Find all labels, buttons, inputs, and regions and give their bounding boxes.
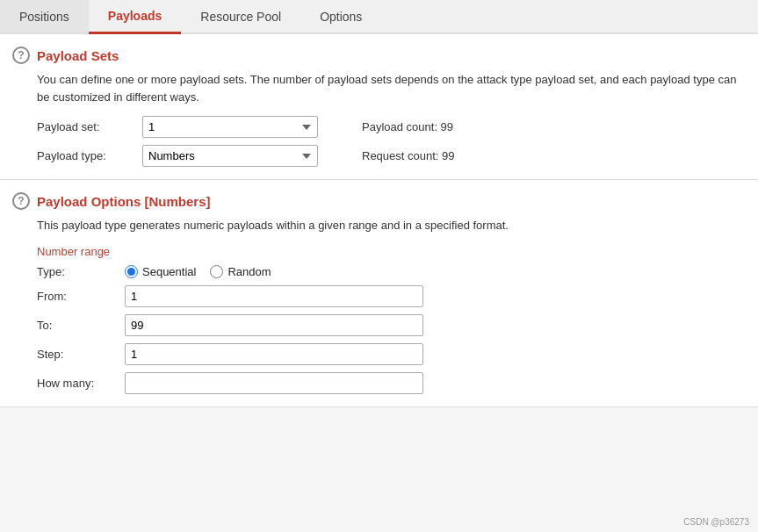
- payload-sets-form: Payload set: 1 2 3 Payload count: 99 Pay…: [37, 116, 742, 167]
- random-radio[interactable]: [210, 265, 223, 278]
- payload-options-help-icon[interactable]: ?: [12, 192, 30, 210]
- sequential-radio[interactable]: [125, 265, 138, 278]
- main-content: ? Payload Sets You can define one or mor…: [0, 34, 758, 407]
- how-many-input[interactable]: [125, 372, 423, 394]
- payload-type-label: Payload type:: [37, 149, 142, 162]
- payload-sets-header: ? Payload Sets: [12, 47, 742, 64]
- payload-options-description: This payload type generates numeric payl…: [37, 217, 742, 234]
- payload-count-info: Payload count: 99: [336, 120, 742, 133]
- random-label: Random: [227, 265, 271, 278]
- tab-payloads[interactable]: Payloads: [89, 0, 181, 34]
- step-field-label: Step:: [37, 348, 125, 361]
- tab-resource-pool[interactable]: Resource Pool: [181, 0, 300, 32]
- step-input[interactable]: [125, 343, 423, 365]
- to-input[interactable]: [125, 314, 423, 336]
- from-input[interactable]: [125, 285, 423, 307]
- payload-sets-help-icon[interactable]: ?: [12, 47, 30, 64]
- payload-sets-description: You can define one or more payload sets.…: [37, 71, 742, 105]
- payload-options-header: ? Payload Options [Numbers]: [12, 192, 742, 210]
- tab-bar: Positions Payloads Resource Pool Options: [0, 0, 758, 34]
- payload-sets-section: ? Payload Sets You can define one or mor…: [0, 34, 758, 180]
- type-radio-group: Sequential Random: [125, 265, 423, 278]
- number-range-label: Number range: [37, 245, 742, 258]
- random-option[interactable]: Random: [210, 265, 271, 278]
- payload-set-select[interactable]: 1 2 3: [142, 116, 318, 138]
- payload-type-select[interactable]: Numbers Simple list Runtime file Custom …: [142, 145, 318, 167]
- payload-sets-title: Payload Sets: [37, 48, 119, 63]
- type-field-label: Type:: [37, 265, 125, 278]
- to-field-label: To:: [37, 319, 125, 332]
- request-count-info: Request count: 99: [336, 149, 742, 162]
- tab-positions[interactable]: Positions: [0, 0, 89, 32]
- tab-options[interactable]: Options: [300, 0, 381, 32]
- from-field-label: From:: [37, 290, 125, 303]
- sequential-label: Sequential: [142, 265, 196, 278]
- payload-options-section: ? Payload Options [Numbers] This payload…: [0, 180, 758, 407]
- watermark: CSDN @p36273: [683, 517, 749, 527]
- sequential-option[interactable]: Sequential: [125, 265, 196, 278]
- how-many-field-label: How many:: [37, 377, 125, 390]
- payload-options-title: Payload Options [Numbers]: [37, 194, 211, 209]
- number-range-form: Type: Sequential Random From: To: Step:: [37, 265, 742, 394]
- payload-set-label: Payload set:: [37, 120, 142, 133]
